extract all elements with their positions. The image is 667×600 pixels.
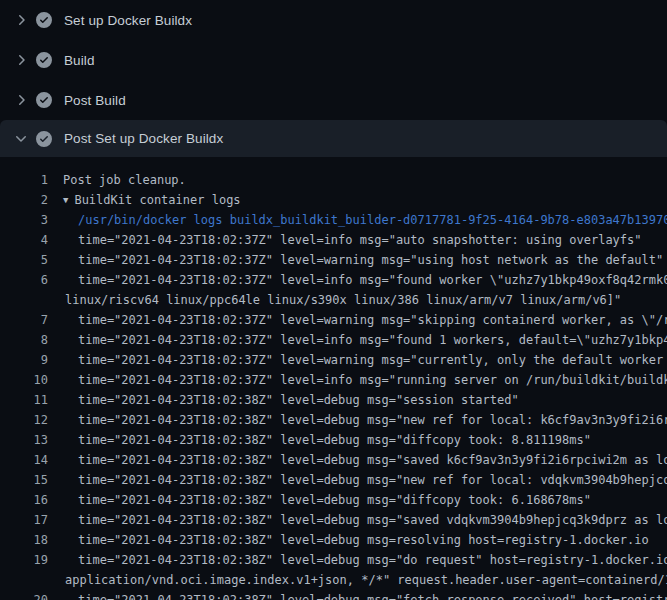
- chevron-right-icon[interactable]: [13, 52, 29, 68]
- line-number[interactable]: 2: [0, 190, 48, 210]
- log-text: time="2021-04-23T18:02:38Z" level=debug …: [78, 510, 667, 530]
- line-number[interactable]: 12: [0, 410, 48, 430]
- log-text: time="2021-04-23T18:02:38Z" level=debug …: [78, 550, 667, 570]
- line-number[interactable]: 7: [0, 310, 48, 330]
- line-number[interactable]: 19: [0, 550, 48, 570]
- line-number[interactable]: 4: [0, 230, 48, 250]
- log-line: 18time="2021-04-23T18:02:38Z" level=debu…: [0, 530, 667, 550]
- log-line: 9time="2021-04-23T18:02:37Z" level=warni…: [0, 350, 667, 370]
- log-text: linux/riscv64 linux/ppc64le linux/s390x …: [65, 290, 621, 310]
- log-line: 7time="2021-04-23T18:02:37Z" level=warni…: [0, 310, 667, 330]
- line-number[interactable]: 18: [0, 530, 48, 550]
- chevron-down-icon[interactable]: [13, 131, 29, 147]
- log-line: 14time="2021-04-23T18:02:38Z" level=debu…: [0, 450, 667, 470]
- log-line: 11time="2021-04-23T18:02:38Z" level=debu…: [0, 390, 667, 410]
- log-text: time="2021-04-23T18:02:37Z" level=info m…: [78, 370, 667, 390]
- check-circle-icon: [36, 12, 52, 28]
- line-number[interactable]: 20: [0, 590, 48, 600]
- line-number[interactable]: 8: [0, 330, 48, 350]
- log-text: Post job cleanup.: [63, 170, 186, 190]
- chevron-right-icon[interactable]: [13, 92, 29, 108]
- line-number: [0, 570, 48, 590]
- line-number[interactable]: 10: [0, 370, 48, 390]
- chevron-right-icon[interactable]: [13, 12, 29, 28]
- log-text: time="2021-04-23T18:02:37Z" level=info m…: [78, 230, 642, 250]
- log-line: 1Post job cleanup.: [0, 170, 667, 190]
- log-line: 20time="2021-04-23T18:02:38Z" level=debu…: [0, 590, 667, 600]
- group-label: BuildKit container logs: [74, 193, 240, 207]
- log-line: 6time="2021-04-23T18:02:37Z" level=info …: [0, 270, 667, 290]
- steps-list: Set up Docker Buildx Build Post Build Po…: [0, 0, 667, 157]
- log-text: time="2021-04-23T18:02:38Z" level=debug …: [78, 450, 667, 470]
- step-row-set-up-docker-buildx[interactable]: Set up Docker Buildx: [0, 0, 667, 40]
- log-line: 17time="2021-04-23T18:02:38Z" level=debu…: [0, 510, 667, 530]
- log-line: linux/riscv64 linux/ppc64le linux/s390x …: [0, 290, 667, 310]
- step-label: Post Build: [64, 93, 126, 108]
- log-text: time="2021-04-23T18:02:38Z" level=debug …: [78, 410, 667, 430]
- check-circle-icon: [36, 131, 52, 147]
- log-text: time="2021-04-23T18:02:37Z" level=warnin…: [78, 350, 667, 370]
- log-text: ▼BuildKit container logs: [63, 190, 241, 210]
- step-label: Build: [64, 53, 95, 68]
- step-label: Set up Docker Buildx: [64, 13, 192, 28]
- log-command-text: /usr/bin/docker logs buildx_buildkit_bui…: [78, 210, 667, 230]
- log-text: time="2021-04-23T18:02:37Z" level=warnin…: [78, 250, 663, 270]
- step-row-post-build[interactable]: Post Build: [0, 80, 667, 120]
- log-line: 4time="2021-04-23T18:02:37Z" level=info …: [0, 230, 667, 250]
- log-text: time="2021-04-23T18:02:37Z" level=info m…: [78, 330, 667, 350]
- log-text: time="2021-04-23T18:02:38Z" level=debug …: [78, 490, 591, 510]
- line-number[interactable]: 9: [0, 350, 48, 370]
- log-text: time="2021-04-23T18:02:38Z" level=debug …: [78, 430, 591, 450]
- log-line: 13time="2021-04-23T18:02:38Z" level=debu…: [0, 430, 667, 450]
- log-line: 3/usr/bin/docker logs buildx_buildkit_bu…: [0, 210, 667, 230]
- log-text: time="2021-04-23T18:02:38Z" level=debug …: [78, 470, 667, 490]
- line-number[interactable]: 16: [0, 490, 48, 510]
- line-number[interactable]: 17: [0, 510, 48, 530]
- line-number[interactable]: 13: [0, 430, 48, 450]
- line-number[interactable]: 1: [0, 170, 48, 190]
- line-number[interactable]: 5: [0, 250, 48, 270]
- line-number[interactable]: 14: [0, 450, 48, 470]
- actions-log-viewer: { "steps": [ { "label": "Set up Docker B…: [0, 0, 667, 600]
- line-number: [0, 290, 48, 310]
- line-number[interactable]: 6: [0, 270, 48, 290]
- log-text: time="2021-04-23T18:02:38Z" level=debug …: [78, 530, 649, 550]
- line-number[interactable]: 3: [0, 210, 48, 230]
- log-text: time="2021-04-23T18:02:38Z" level=debug …: [78, 590, 667, 600]
- log-text: time="2021-04-23T18:02:37Z" level=info m…: [78, 270, 667, 290]
- log-line: 12time="2021-04-23T18:02:38Z" level=debu…: [0, 410, 667, 430]
- log-text: application/vnd.oci.image.index.v1+json,…: [65, 570, 667, 590]
- line-number[interactable]: 11: [0, 390, 48, 410]
- log-panel[interactable]: 1Post job cleanup.2▼BuildKit container l…: [0, 157, 667, 600]
- log-line: 16time="2021-04-23T18:02:38Z" level=debu…: [0, 490, 667, 510]
- log-line: application/vnd.oci.image.index.v1+json,…: [0, 570, 667, 590]
- step-row-post-set-up-docker-buildx[interactable]: Post Set up Docker Buildx: [0, 120, 667, 157]
- check-circle-icon: [36, 92, 52, 108]
- step-row-build[interactable]: Build: [0, 40, 667, 80]
- check-circle-icon: [36, 52, 52, 68]
- log-text: time="2021-04-23T18:02:37Z" level=warnin…: [78, 310, 667, 330]
- log-line: 8time="2021-04-23T18:02:37Z" level=info …: [0, 330, 667, 350]
- log-line: 10time="2021-04-23T18:02:37Z" level=info…: [0, 370, 667, 390]
- log-line: 15time="2021-04-23T18:02:38Z" level=debu…: [0, 470, 667, 490]
- group-toggle-icon[interactable]: ▼: [63, 190, 68, 210]
- log-text: time="2021-04-23T18:02:38Z" level=debug …: [78, 390, 519, 410]
- step-label: Post Set up Docker Buildx: [64, 131, 223, 146]
- log-line: 19time="2021-04-23T18:02:38Z" level=debu…: [0, 550, 667, 570]
- line-number[interactable]: 15: [0, 470, 48, 490]
- log-group-header-line[interactable]: 2▼BuildKit container logs: [0, 190, 667, 210]
- log-line: 5time="2021-04-23T18:02:37Z" level=warni…: [0, 250, 667, 270]
